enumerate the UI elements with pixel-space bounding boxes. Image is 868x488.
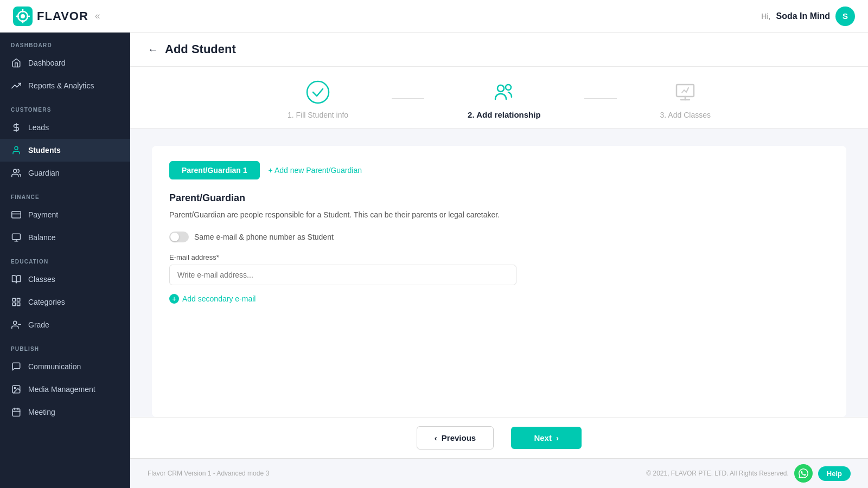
sidebar-item-grade[interactable]: Grade	[0, 313, 130, 336]
tabs-row: Parent/Guardian 1 + Add new Parent/Guard…	[169, 161, 829, 179]
svg-point-28	[497, 85, 504, 92]
sidebar-item-dashboard[interactable]: Dashboard	[0, 52, 130, 74]
svg-rect-17	[12, 303, 15, 306]
next-label: Next	[534, 433, 552, 442]
sidebar-item-categories[interactable]: Categories	[0, 291, 130, 313]
toggle-label: Same e-mail & phone number as Student	[194, 233, 334, 241]
sidebar-item-grade-label: Grade	[28, 320, 49, 329]
logo-icon	[13, 7, 33, 26]
reports-icon	[11, 80, 22, 91]
back-button[interactable]: ←	[148, 43, 158, 56]
svg-rect-15	[12, 298, 15, 301]
sidebar-item-guardian[interactable]: Guardian	[0, 162, 130, 184]
sidebar-item-leads-label: Leads	[28, 123, 49, 132]
logo-text: FLAVOR	[37, 9, 88, 23]
add-secondary-label: Add secondary e-mail	[182, 294, 256, 303]
step2-label: 2. Add relationship	[468, 110, 540, 119]
help-button[interactable]: Help	[818, 466, 851, 481]
home-icon	[11, 57, 22, 68]
add-secondary-email-link[interactable]: + Add secondary e-mail	[169, 294, 829, 304]
sidebar-item-guardian-label: Guardian	[28, 169, 60, 177]
sidebar-item-students[interactable]: Students	[0, 139, 130, 162]
step3-icon-wrap	[671, 78, 699, 106]
step1-label: 1. Fill Student info	[288, 111, 348, 119]
footer-right: © 2021, FLAVOR PTE. LTD. All Rights Rese…	[646, 464, 851, 483]
steps-bar: 1. Fill Student info 2. Add relationship	[130, 67, 868, 129]
layout: DASHBOARD Dashboard Reports & Analytics …	[0, 33, 868, 488]
sidebar-section-dashboard: DASHBOARD Dashboard Reports & Analytics	[0, 33, 130, 97]
sidebar-item-balance-label: Balance	[28, 233, 56, 242]
categories-icon	[11, 297, 22, 307]
communication-icon	[11, 361, 22, 372]
content-area: Parent/Guardian 1 + Add new Parent/Guard…	[130, 129, 868, 417]
email-input[interactable]	[169, 265, 516, 285]
students-icon	[11, 145, 22, 156]
sidebar-item-payment-label: Payment	[28, 210, 58, 219]
svg-point-22	[14, 387, 15, 388]
sidebar-item-communication[interactable]: Communication	[0, 355, 130, 378]
sidebar-section-education: EDUCATION Classes Categories Grade	[0, 249, 130, 336]
sidebar-label-finance: FINANCE	[0, 184, 130, 203]
svg-rect-16	[17, 298, 20, 301]
sidebar-item-meeting-label: Meeting	[28, 408, 55, 416]
plus-circle-icon: +	[169, 294, 179, 304]
leads-icon	[11, 122, 22, 133]
topbar-username: Soda In Mind	[776, 11, 830, 21]
content-card: Parent/Guardian 1 + Add new Parent/Guard…	[152, 146, 846, 417]
svg-rect-12	[12, 234, 21, 240]
sidebar-item-classes[interactable]: Classes	[0, 268, 130, 291]
sidebar-item-meeting[interactable]: Meeting	[0, 401, 130, 423]
toggle-row: Same e-mail & phone number as Student	[169, 232, 829, 242]
topbar: FLAVOR « Hi, Soda In Mind S	[0, 0, 868, 33]
whatsapp-button[interactable]	[794, 464, 813, 483]
same-contact-toggle[interactable]	[169, 232, 189, 242]
sidebar-item-media[interactable]: Media Management	[0, 378, 130, 401]
toggle-knob	[170, 233, 179, 241]
svg-point-8	[15, 146, 18, 150]
sidebar: DASHBOARD Dashboard Reports & Analytics …	[0, 33, 130, 488]
media-icon	[11, 384, 22, 395]
sidebar-item-media-label: Media Management	[28, 385, 95, 394]
sidebar-item-payment[interactable]: Payment	[0, 203, 130, 226]
topbar-greeting: Hi,	[761, 12, 770, 21]
prev-chevron-icon: ‹	[435, 433, 437, 442]
sidebar-section-publish: PUBLISH Communication Media Management M…	[0, 336, 130, 423]
svg-rect-18	[17, 303, 20, 306]
add-guardian-link[interactable]: + Add new Parent/Guardian	[269, 166, 362, 175]
tab-guardian-1[interactable]: Parent/Guardian 1	[169, 161, 260, 179]
footer-nav: ‹ Previous Next ›	[130, 417, 868, 458]
svg-point-19	[14, 321, 17, 324]
classes-icon	[11, 274, 22, 285]
sidebar-item-reports[interactable]: Reports & Analytics	[0, 74, 130, 97]
svg-point-9	[14, 169, 17, 172]
sidebar-item-categories-label: Categories	[28, 298, 65, 306]
meeting-icon	[11, 407, 22, 418]
guardian-icon	[11, 168, 22, 178]
main: ← Add Student 1. Fill Student info	[130, 33, 868, 488]
svg-rect-10	[12, 211, 21, 218]
step-fill-info: 1. Fill Student info	[288, 78, 348, 119]
sidebar-label-publish: PUBLISH	[0, 336, 130, 355]
step3-label: 3. Add Classes	[660, 111, 711, 119]
previous-button[interactable]: ‹ Previous	[417, 426, 494, 450]
next-button[interactable]: Next ›	[511, 427, 582, 449]
svg-point-29	[506, 85, 511, 90]
step-divider-1	[392, 98, 424, 99]
topbar-right: Hi, Soda In Mind S	[761, 7, 855, 26]
collapse-button[interactable]: «	[95, 10, 100, 22]
sidebar-item-leads[interactable]: Leads	[0, 116, 130, 139]
payment-icon	[11, 209, 22, 220]
section-title: Parent/Guardian	[169, 192, 829, 204]
sidebar-item-balance[interactable]: Balance	[0, 226, 130, 249]
page-header: ← Add Student	[130, 33, 868, 67]
sidebar-item-classes-label: Classes	[28, 275, 55, 284]
step-add-classes: 3. Add Classes	[660, 78, 711, 119]
version-text: Flavor CRM Version 1 - Advanced mode 3	[148, 470, 269, 477]
svg-rect-23	[12, 409, 20, 416]
sidebar-item-communication-label: Communication	[28, 362, 81, 371]
sidebar-label-dashboard: DASHBOARD	[0, 33, 130, 52]
page-footer: Flavor CRM Version 1 - Advanced mode 3 ©…	[130, 458, 868, 488]
balance-icon	[11, 232, 22, 243]
avatar[interactable]: S	[835, 7, 855, 26]
step1-checkmark-icon	[306, 80, 330, 104]
